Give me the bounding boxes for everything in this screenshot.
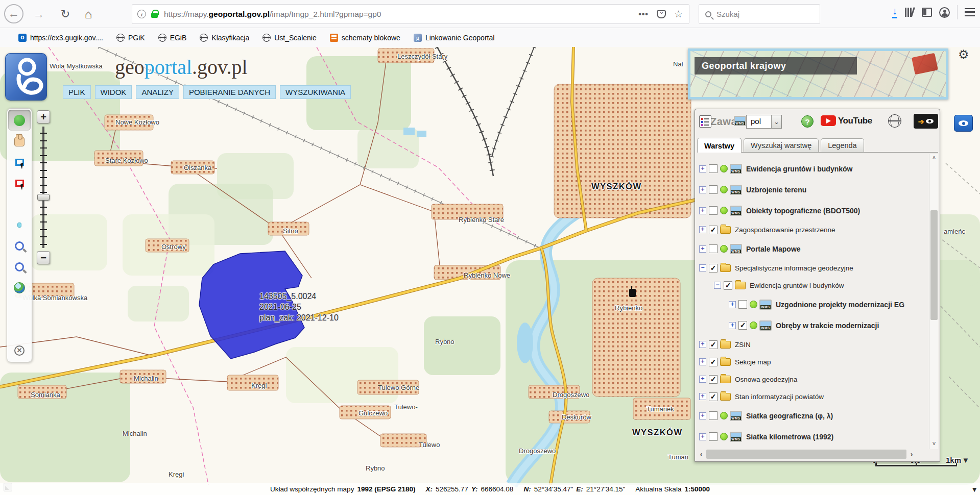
bookmark-item[interactable]: PGiK	[116, 34, 145, 42]
expand-toggle-icon[interactable]: +	[699, 186, 706, 193]
menu-icon[interactable]	[965, 8, 975, 16]
scroll-up-icon[interactable]: ˄	[929, 154, 939, 163]
expand-toggle-icon[interactable]: +	[699, 393, 706, 400]
expand-toggle-icon[interactable]: +	[729, 322, 736, 329]
scroll-down-icon[interactable]: ˅	[929, 440, 939, 449]
layer-label[interactable]: Obręby w trakcie modernizacji	[776, 321, 879, 330]
geoportal-logo[interactable]	[5, 53, 47, 101]
layer-label[interactable]: Specjalistyczne informacje geodezyjne	[735, 264, 853, 272]
legend-icon[interactable]	[699, 115, 711, 128]
bookmark-item[interactable]: Ust_Scalenie	[262, 34, 317, 42]
layer-checkbox[interactable]: ✓	[709, 244, 718, 253]
layer-checkbox[interactable]: ✓	[709, 375, 718, 384]
layer-checkbox[interactable]: ✓	[709, 185, 718, 194]
layer-checkbox[interactable]: ✓	[738, 321, 747, 330]
collapse-panel-button[interactable]: ▼	[959, 456, 972, 467]
page-info-icon[interactable]: i	[137, 10, 146, 18]
layer-label[interactable]: Portale Mapowe	[746, 245, 801, 253]
panel-tab[interactable]: Warstwy	[697, 138, 742, 153]
globe-icon[interactable]	[888, 114, 901, 128]
scroll-left-icon[interactable]: ‹	[696, 450, 706, 458]
expand-toggle-icon[interactable]: +	[699, 341, 706, 348]
full-extent[interactable]	[8, 277, 31, 298]
pan-tool[interactable]	[8, 131, 31, 152]
vertical-scroll-thumb[interactable]	[930, 210, 938, 320]
bookmark-item[interactable]: EGiB	[158, 34, 187, 42]
layer-label[interactable]: Osnowa geodezyjna	[735, 376, 797, 383]
address-bar[interactable]: i https://mapy.geoportal.gov.pl/imap/Img…	[132, 4, 689, 24]
layer-label[interactable]: ZSIN	[735, 341, 751, 349]
zoom-out-tool[interactable]	[8, 256, 31, 277]
sidebar-icon[interactable]	[922, 8, 932, 17]
layer-checkbox[interactable]: ✓	[709, 411, 718, 420]
zoom-slider-minus[interactable]: −	[37, 251, 50, 264]
layer-label[interactable]: Stan informatyzacji powiatów	[735, 393, 824, 401]
panel-tab[interactable]: Wyszukaj warstwę	[744, 138, 819, 152]
expand-toggle-icon[interactable]: +	[699, 207, 706, 214]
select-box-blue[interactable]	[8, 152, 31, 172]
layer-label[interactable]: Siatka kilometrowa (1992)	[746, 433, 833, 441]
overview-map[interactable]: Geoportal krajowy	[688, 48, 948, 100]
tree-horizontal-scrollbar[interactable]: ‹ ›	[696, 448, 929, 460]
layer-checkbox[interactable]: ✓	[709, 340, 718, 349]
layer-label[interactable]: Ewidencja gruntów i budynków	[750, 282, 844, 289]
zoom-slider-track[interactable]	[42, 127, 44, 248]
expand-toggle-icon[interactable]: +	[699, 412, 706, 419]
home-button[interactable]: ⌂	[79, 5, 98, 23]
bookmark-star-icon[interactable]: ☆	[674, 8, 683, 20]
layer-checkbox[interactable]: ✓	[724, 281, 732, 290]
expand-toggle-icon[interactable]: +	[699, 245, 706, 253]
search-bar[interactable]: Szukaj	[699, 4, 820, 24]
layer-checkbox[interactable]: ✓	[709, 206, 718, 215]
expand-toggle-icon[interactable]: −	[699, 264, 706, 271]
draw-measure-tool[interactable]	[8, 193, 31, 214]
expand-toggle-icon[interactable]: +	[699, 433, 706, 440]
layer-checkbox[interactable]: ✓	[709, 164, 718, 173]
library-icon[interactable]	[904, 7, 915, 17]
expand-toggle-icon[interactable]: +	[699, 376, 706, 383]
expand-toggle-icon[interactable]: +	[699, 358, 706, 365]
menu-button[interactable]: ANALIZY	[136, 85, 179, 99]
language-select[interactable]: pol ⌄	[746, 115, 782, 129]
previous-view[interactable]	[8, 298, 31, 319]
menu-button[interactable]: PLIK	[63, 85, 91, 99]
expand-toggle-icon[interactable]: +	[699, 226, 706, 233]
menu-button[interactable]: WYSZUKIWANIA	[280, 85, 351, 99]
zoom-slider-plus[interactable]: +	[37, 110, 50, 123]
layer-checkbox[interactable]: ✓	[709, 432, 718, 441]
bookmark-item[interactable]: https://ex3.gugik.gov....	[18, 34, 103, 42]
scroll-right-icon[interactable]: ›	[906, 450, 917, 458]
layer-label[interactable]: Ewidencja gruntów i budynków	[746, 165, 852, 173]
horizontal-scroll-thumb[interactable]	[706, 450, 906, 459]
zoom-in-tool[interactable]	[8, 235, 31, 256]
clear-map[interactable]	[8, 340, 31, 361]
menu-button[interactable]: WIDOK	[95, 85, 132, 99]
lock-icon[interactable]	[151, 13, 158, 18]
xyh-coordinates[interactable]	[8, 214, 31, 235]
url-text[interactable]: https://mapy.geoportal.gov.pl/imap/Imgp_…	[164, 10, 381, 19]
expand-toggle-icon[interactable]: +	[699, 165, 706, 172]
visibility-eye-button[interactable]	[954, 115, 973, 132]
bookmark-item[interactable]: schematy blokowe	[330, 34, 400, 42]
bookmark-item[interactable]: Linkowanie Geoportal	[414, 34, 494, 42]
select-box-red[interactable]	[8, 172, 31, 193]
identify-tool[interactable]	[8, 110, 31, 131]
layer-checkbox[interactable]: ✓	[709, 226, 718, 234]
layer-label[interactable]: Uzgodnione projekty modernizacji EG	[776, 301, 904, 309]
reload-button[interactable]: ↻	[56, 5, 75, 23]
layer-checkbox[interactable]: ✓	[738, 300, 747, 309]
zoom-slider-handle[interactable]	[37, 194, 50, 201]
layer-label[interactable]: Siatka geograficzna (φ, λ)	[746, 412, 833, 420]
layer-label[interactable]: Obiekty topograficzne (BDOT500)	[746, 207, 860, 215]
chevron-down-icon[interactable]: ⌄	[771, 115, 781, 128]
help-icon[interactable]: ?	[801, 115, 814, 128]
layer-checkbox[interactable]: ✓	[709, 392, 718, 401]
pocket-icon[interactable]	[657, 10, 666, 18]
bookmark-item[interactable]: Klasyfikacja	[200, 34, 249, 42]
layer-checkbox[interactable]: ✓	[709, 358, 718, 366]
panel-tab[interactable]: Legenda	[821, 138, 864, 152]
gear-icon[interactable]: ⚙	[958, 47, 969, 62]
menu-button[interactable]: POBIERANIE DANYCH	[183, 85, 276, 99]
expand-toggle-icon[interactable]: +	[729, 301, 736, 308]
layer-label[interactable]: Uzbrojenie terenu	[746, 186, 806, 194]
